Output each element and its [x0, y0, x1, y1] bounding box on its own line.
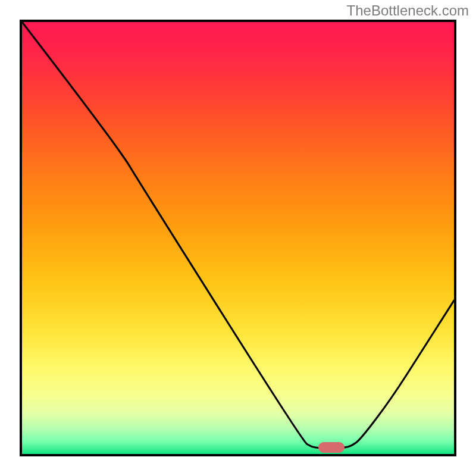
chart-container: TheBottleneck.com — [0, 0, 476, 476]
watermark-text: TheBottleneck.com — [347, 2, 469, 19]
plot-area — [20, 20, 456, 456]
optimal-marker — [318, 442, 345, 453]
bottleneck-curve — [22, 22, 454, 454]
